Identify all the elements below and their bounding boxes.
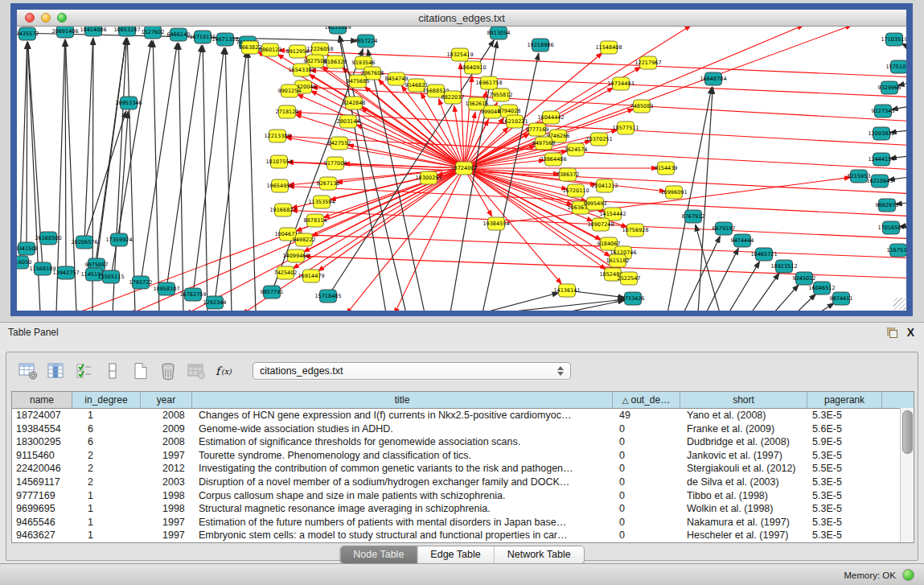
graph-edge (141, 43, 177, 282)
graph-node-label: 9245012 (793, 275, 816, 282)
graph-node-label: 8427552 (328, 140, 351, 146)
table-cell: 2008 (141, 435, 192, 449)
graph-node-label: 2616050 (17, 259, 31, 266)
table-cell: 1997 (141, 449, 192, 463)
graph-node-label: 23864486 (540, 156, 566, 163)
window-resize-grip[interactable] (893, 298, 906, 310)
graph-edge (464, 27, 852, 168)
table-cell: Corpus callosum shape and size in male p… (192, 489, 613, 503)
graph-node-label: 8912954 (286, 48, 310, 55)
table-cell: Hescheler et al. (1997) (680, 529, 807, 542)
graph-node-label: 18923512 (770, 263, 797, 270)
tab-network-table[interactable]: Network Table (495, 546, 584, 563)
table-row[interactable]: 1938455462009Genome-wide association stu… (12, 422, 914, 436)
table-cell: Investigating the contribution of common… (192, 462, 613, 476)
graph-node-label: 8767912 (682, 213, 705, 220)
graph-node-label: 19166827 (269, 207, 296, 213)
graph-edge (464, 27, 803, 168)
graph-node-label: 16720110 (562, 187, 589, 194)
graph-node-label: 9857791 (261, 289, 284, 295)
column-header-name[interactable]: name (12, 392, 72, 408)
vertical-scrollbar[interactable] (900, 408, 914, 542)
graph-node-label: 12217967 (634, 60, 661, 66)
graph-node-label: 18414086 (80, 27, 106, 33)
graph-node-label: 7425402 (274, 270, 298, 276)
zoom-window-button[interactable] (57, 13, 67, 23)
table-row[interactable]: 1872400712008Changes of HCN gene express… (12, 409, 914, 422)
column-header-pagerank[interactable]: pagerank (807, 392, 882, 408)
column-checklist-icon[interactable] (74, 361, 95, 381)
table-row[interactable]: 1830029562008Estimation of significance … (12, 435, 914, 449)
table-cell: 14569117 (12, 476, 72, 489)
graph-node-label: 9901254 (278, 88, 302, 94)
table-body: 1872400712008Changes of HCN gene express… (12, 409, 914, 542)
network-canvas[interactable]: 9435572206914061841408610653287152760264… (17, 27, 906, 311)
delete-table-icon[interactable] (187, 361, 207, 381)
show-columns-icon[interactable] (46, 361, 67, 381)
column-header-title[interactable]: title (192, 392, 613, 408)
table-cell: 5.3E-5 (807, 502, 882, 516)
graph-node-label: 12226058 (306, 46, 333, 52)
graph-node-label: 12213389 (264, 133, 290, 139)
table-cell: 0 (613, 449, 680, 463)
table-cell: 19384554 (12, 422, 72, 436)
tab-edge-table[interactable]: Edge Table (417, 546, 494, 563)
table-row[interactable]: 946362711997Embryonic stem cells: a mode… (12, 529, 914, 542)
rows-icon[interactable] (102, 361, 123, 381)
table-cell: Genome-wide association studies in ADHD. (192, 422, 613, 436)
table-cell: 1 (72, 409, 141, 422)
function-builder-icon[interactable]: f(x) (215, 361, 236, 381)
delete-columns-icon[interactable] (158, 361, 179, 381)
table-panel-body: f(x) citations_edges.txt namein_degreeye… (6, 352, 918, 561)
window-titlebar[interactable]: citations_edges.txt (17, 10, 906, 27)
table-row[interactable]: 1456911722003Disruption of a novel membe… (12, 476, 914, 489)
graph-edge (318, 168, 464, 271)
graph-node-label: 2522547 (618, 275, 641, 282)
float-window-icon[interactable] (887, 328, 897, 338)
close-panel-icon[interactable]: X (907, 327, 914, 338)
table-cell: Franke et al. (2009) (680, 422, 807, 436)
graph-node-label: 9474444 (731, 237, 754, 244)
graph-node-label: 16046512 (808, 285, 835, 291)
table-cell: 5.6E-5 (807, 422, 882, 436)
graph-edge (84, 38, 93, 242)
column-header-short[interactable]: short (680, 392, 807, 408)
table-cell: 18300295 (12, 435, 72, 449)
graph-edge (774, 285, 799, 311)
table-cell: Disruption of a novel member of a sodium… (192, 476, 613, 489)
minimize-window-button[interactable] (41, 13, 51, 23)
table-options-icon[interactable] (18, 361, 39, 381)
table-cell: 1 (72, 489, 141, 503)
graph-node-label: 19654955 (266, 183, 293, 189)
scrollbar-thumb[interactable] (902, 410, 913, 454)
graph-edge (460, 63, 464, 168)
table-cell: 2012 (141, 462, 192, 476)
table-cell: 5.3E-5 (807, 489, 882, 503)
table-row[interactable]: 946554611997Estimation of the future num… (12, 516, 914, 529)
tab-node-table[interactable]: Node Table (340, 546, 417, 563)
create-column-icon[interactable] (130, 361, 151, 381)
graph-node-label: 9874411 (830, 295, 853, 302)
table-row[interactable]: 911546021997Tourette syndrome. Phenomeno… (12, 449, 914, 463)
close-window-button[interactable] (25, 13, 35, 23)
table-cell: Yano et al. (2008) (680, 409, 807, 422)
graph-node-label: 9329966 (878, 84, 901, 91)
table-row[interactable]: 2242004622012Investigating the contribut… (12, 462, 914, 476)
table-cell: 1997 (141, 516, 192, 529)
table-row[interactable]: 969969511998Structural magnetic resonanc… (12, 502, 914, 516)
graph-edge (65, 39, 66, 273)
graph-node-label: 7485083 (630, 103, 654, 109)
graph-edge (496, 177, 851, 224)
column-header-year[interactable]: year (141, 392, 192, 408)
table-cell: Estimation of the future numbers of pati… (192, 516, 613, 529)
table-cell: 0 (613, 516, 680, 529)
table-selector-dropdown[interactable]: citations_edges.txt (253, 362, 571, 380)
table-cell: Nakamura et al. (1997) (680, 516, 807, 529)
table-row[interactable]: 977716911998Corpus callosum shape and si… (12, 489, 914, 503)
graph-node-label: 7955812 (490, 92, 513, 98)
column-header-out_de[interactable]: △out_de… (613, 392, 680, 408)
column-header-in_degree[interactable]: in_degree (72, 392, 141, 408)
graph-node-label: 11548408 (595, 44, 622, 51)
graph-node-label: 13505115 (97, 274, 124, 280)
graph-node-label: 2718120 (276, 109, 299, 115)
